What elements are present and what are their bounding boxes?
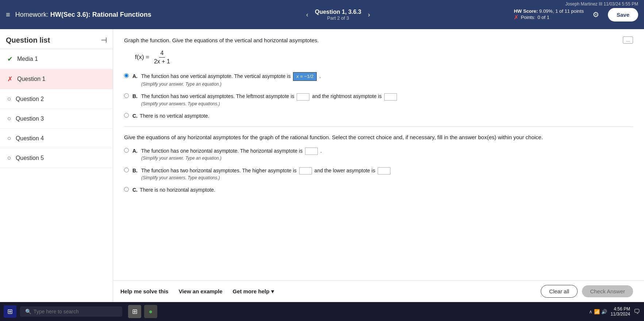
top-bar-right: HW Score: 9.09%, 1 of 11 points ✗ Points…: [514, 8, 638, 21]
function-fraction: 4 2x + 1: [153, 50, 171, 65]
function-numerator: 4: [159, 50, 165, 58]
horizontal-option-b-prefix: The function has two horizontal asymptot…: [141, 168, 297, 173]
horizontal-option-a-text: A. The function has one horizontal asymp…: [132, 147, 322, 162]
sidebar-title: Question list: [6, 36, 50, 44]
empty-circle-icon: ○: [7, 154, 11, 162]
taskbar-right: ∧ 📶 🔊 4:56 PM 11/3/2024 🗨: [589, 306, 640, 317]
vertical-option-b-text: B. The function has two vertical asympto…: [132, 92, 398, 107]
menu-icon[interactable]: ≡: [6, 11, 10, 19]
user-info: Joseph Martinez III 11/03/24 5:55 PM: [566, 1, 638, 7]
horizontal-option-c-text: There is no horizontal asymptote.: [140, 186, 215, 194]
horizontal-b-higher-input[interactable]: [299, 167, 312, 175]
taskbar-tv-icon[interactable]: ⊞: [128, 305, 141, 318]
top-bar: ≡ Homework: HW(Sec 3.6): Rational Functi…: [0, 0, 644, 29]
check-answer-button[interactable]: Check Answer: [582, 285, 633, 297]
horizontal-option-c: C. There is no horizontal asymptote.: [124, 186, 633, 194]
start-button[interactable]: ⊞: [4, 305, 16, 318]
vertical-option-a-hint: (Simplify your answer. Type an equation.…: [141, 81, 321, 88]
sidebar-item-question3[interactable]: ○ Question 3: [0, 109, 113, 129]
horizontal-option-b: B. The function has two horizontal asymp…: [124, 167, 633, 182]
horizontal-radio-b[interactable]: [124, 168, 129, 172]
help-me-solve-button[interactable]: Help me solve this: [120, 288, 169, 295]
vertical-option-b: B. The function has two vertical asympto…: [124, 92, 633, 107]
clear-all-button[interactable]: Clear all: [541, 285, 578, 298]
vertical-option-a-prefix: The function has one vertical asymptote.…: [141, 73, 291, 79]
function-formula: f(x) = 4 2x + 1: [135, 50, 633, 65]
sidebar-item-label: Media 1: [17, 56, 38, 62]
vertical-radio-c[interactable]: [124, 113, 129, 118]
settings-button[interactable]: ⚙: [591, 9, 601, 20]
horizontal-option-b-mid: and the lower asymptote is: [315, 168, 375, 173]
sidebar-item-question4[interactable]: ○ Question 4: [0, 129, 113, 148]
sidebar-item-label: Question 4: [16, 135, 44, 142]
question-nav-area: ‹ Question 1, 3.6.3 Part 2 of 3 ›: [162, 9, 514, 21]
vertical-option-a-line: A. The function has one vertical asympto…: [132, 72, 321, 81]
ellipsis-button[interactable]: ...: [623, 36, 633, 44]
taskbar-search-input[interactable]: [34, 309, 117, 314]
top-bar-title-area: Homework: HW(Sec 3.6): Rational Function…: [15, 11, 151, 19]
next-question-button[interactable]: ›: [365, 9, 373, 20]
sidebar-item-label: Question 1: [17, 76, 45, 82]
vertical-radio-a[interactable]: [124, 73, 129, 78]
vertical-option-c-text: There is no vertical asymptote.: [140, 112, 209, 120]
horizontal-option-b-hint: (Simplify your answers. Type equations.): [141, 175, 392, 181]
question-sub: Part 2 of 3: [315, 15, 361, 21]
vertical-radio-b[interactable]: [124, 93, 129, 98]
horizontal-radio-a[interactable]: [124, 148, 129, 153]
points-value: 0 of 1: [537, 15, 549, 20]
taskbar-chrome-icon[interactable]: ●: [144, 305, 157, 318]
help-links: Help me solve this View an example Get m…: [120, 288, 274, 295]
sidebar-item-question1[interactable]: ✗ Question 1: [0, 69, 113, 89]
period2: .: [320, 148, 322, 154]
sidebar-item-question5[interactable]: ○ Question 5: [0, 148, 113, 168]
period: .: [319, 73, 321, 79]
empty-circle-icon: ○: [7, 95, 11, 103]
vertical-left-input[interactable]: [297, 93, 309, 101]
horizontal-asymptote-section: A. The function has one horizontal asymp…: [124, 147, 633, 194]
horizontal-option-a-prefix: The function has one horizontal asymptot…: [141, 148, 303, 154]
horizontal-option-b-line: B. The function has two horizontal asymp…: [132, 167, 392, 175]
function-denominator: 2x + 1: [153, 58, 171, 65]
function-prefix: f(x) =: [135, 53, 149, 60]
vertical-option-b-prefix: The function has two vertical asymptotes…: [141, 93, 294, 99]
taskbar-time-area: 4:56 PM 11/3/2024: [611, 306, 630, 317]
vertical-option-b-line: B. The function has two vertical asympto…: [132, 92, 398, 100]
horizontal-b-lower-input[interactable]: [378, 167, 390, 175]
horiz-option-c-label: C.: [132, 186, 138, 194]
points-label: Points:: [521, 15, 535, 20]
taskbar-system-icons: ∧ 📶 🔊: [589, 309, 607, 314]
question-label: Question 1, 3.6.3: [315, 9, 361, 15]
homework-title-bold: HW(Sec 3.6): Rational Functions: [50, 11, 151, 18]
sidebar-item-label: Question 5: [16, 155, 44, 161]
vertical-option-a: A. The function has one vertical asympto…: [124, 72, 633, 88]
hw-score-line: HW Score: 9.09%, 1 of 11 points: [514, 8, 584, 14]
horizontal-radio-c[interactable]: [124, 187, 129, 192]
sidebar-item-media1[interactable]: ✔ Media 1: [0, 49, 113, 69]
get-more-help-button[interactable]: Get more help ▾: [233, 288, 274, 295]
option-c-label: C.: [132, 112, 138, 120]
vertical-option-b-hint: (Simplify your answers. Type equations.): [141, 101, 398, 107]
taskbar-search-area[interactable]: 🔍: [20, 306, 122, 317]
taskbar-notify-icon[interactable]: 🗨: [634, 308, 640, 316]
content-area: ... Graph the function. Give the equatio…: [113, 29, 644, 280]
hw-score-area: HW Score: 9.09%, 1 of 11 points ✗ Points…: [514, 8, 584, 21]
vertical-asymptote-section: A. The function has one vertical asympto…: [124, 72, 633, 120]
vertical-option-a-text: A. The function has one vertical asympto…: [132, 72, 321, 88]
search-icon: 🔍: [25, 309, 31, 314]
vertical-answer-box[interactable]: x = −1/2: [293, 72, 317, 81]
save-button[interactable]: Save: [608, 8, 638, 21]
horizontal-a-input[interactable]: [305, 148, 318, 155]
vertical-right-input[interactable]: [384, 93, 397, 101]
sidebar: Question list ⊣ ✔ Media 1 ✗ Question 1 ○…: [0, 29, 113, 302]
prev-question-button[interactable]: ‹: [303, 9, 311, 20]
sidebar-item-question2[interactable]: ○ Question 2: [0, 89, 113, 109]
view-example-button[interactable]: View an example: [179, 288, 223, 295]
taskbar-time: 4:56 PM: [611, 306, 630, 312]
hw-score-label: HW Score:: [514, 8, 538, 14]
bottom-right-buttons: Clear all Check Answer: [541, 285, 633, 298]
option-a-label: A.: [132, 73, 138, 79]
horizontal-option-a: A. The function has one horizontal asymp…: [124, 147, 633, 162]
sidebar-collapse-button[interactable]: ⊣: [101, 36, 107, 44]
empty-circle-icon: ○: [7, 134, 11, 142]
horizontal-option-b-text: B. The function has two horizontal asymp…: [132, 167, 392, 182]
